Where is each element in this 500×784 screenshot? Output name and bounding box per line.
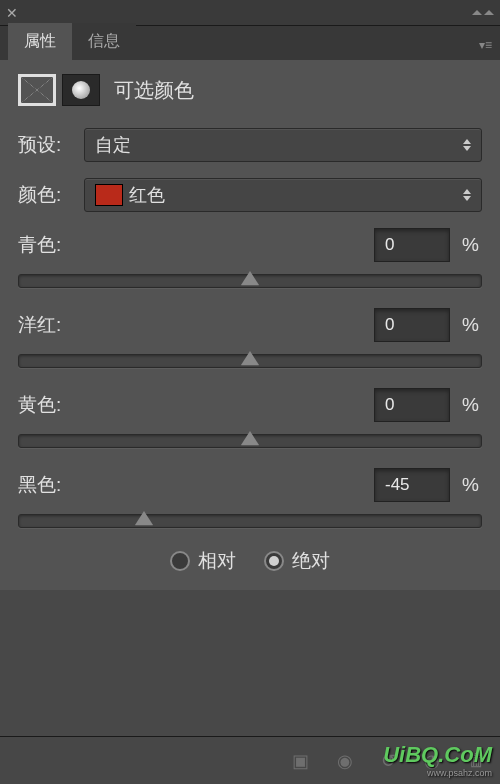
tab-properties[interactable]: 属性 — [8, 23, 72, 60]
method-radio-group: 相对 绝对 — [18, 548, 482, 574]
delete-icon[interactable]: 🗑 — [468, 750, 486, 771]
tab-info[interactable]: 信息 — [72, 23, 136, 60]
magenta-thumb[interactable] — [241, 351, 259, 365]
radio-relative[interactable]: 相对 — [170, 548, 236, 574]
slider-black: 黑色: % — [18, 468, 482, 528]
panel-footer: ▣ ◉ ↺ ◔ 🗑 — [0, 736, 500, 784]
radio-label-absolute: 绝对 — [292, 548, 330, 574]
mask-icon[interactable] — [62, 74, 100, 106]
slider-cyan: 青色: % — [18, 228, 482, 288]
adjustment-type-icon[interactable] — [18, 74, 56, 106]
color-value: 红色 — [129, 183, 165, 207]
percent-sign: % — [462, 234, 482, 256]
previous-icon[interactable]: ◔ — [424, 750, 440, 772]
preset-label: 预设: — [18, 132, 74, 158]
cyan-thumb[interactable] — [241, 271, 259, 285]
close-icon[interactable]: ✕ — [6, 5, 18, 21]
black-track[interactable] — [18, 514, 482, 528]
slider-yellow: 黄色: % — [18, 388, 482, 448]
yellow-label: 黄色: — [18, 392, 61, 418]
percent-sign: % — [462, 314, 482, 336]
black-thumb[interactable] — [135, 511, 153, 525]
radio-btn-relative — [170, 551, 190, 571]
preset-value: 自定 — [95, 133, 131, 157]
clip-icon[interactable]: ▣ — [292, 750, 309, 772]
black-label: 黑色: — [18, 472, 61, 498]
radio-label-relative: 相对 — [198, 548, 236, 574]
color-select[interactable]: 红色 — [84, 178, 482, 212]
color-swatch — [95, 184, 123, 206]
magenta-input[interactable] — [374, 308, 450, 342]
radio-absolute[interactable]: 绝对 — [264, 548, 330, 574]
reset-icon[interactable]: ↺ — [381, 750, 396, 772]
cyan-track[interactable] — [18, 274, 482, 288]
dropdown-arrows-icon — [463, 189, 471, 201]
percent-sign: % — [462, 474, 482, 496]
yellow-thumb[interactable] — [241, 431, 259, 445]
dropdown-arrows-icon — [463, 139, 471, 151]
collapse-icon[interactable] — [472, 10, 494, 15]
panel-title: 可选颜色 — [114, 77, 194, 104]
preset-select[interactable]: 自定 — [84, 128, 482, 162]
panel-content: 可选颜色 预设: 自定 颜色: 红色 青色: % 洋红: — [0, 60, 500, 590]
color-label: 颜色: — [18, 182, 74, 208]
magenta-track[interactable] — [18, 354, 482, 368]
magenta-label: 洋红: — [18, 312, 61, 338]
cyan-input[interactable] — [374, 228, 450, 262]
slider-magenta: 洋红: % — [18, 308, 482, 368]
panel-menu-icon[interactable]: ▾≡ — [479, 38, 492, 60]
yellow-input[interactable] — [374, 388, 450, 422]
percent-sign: % — [462, 394, 482, 416]
visibility-icon[interactable]: ◉ — [337, 750, 353, 772]
tab-bar: 属性 信息 ▾≡ — [0, 26, 500, 60]
cyan-label: 青色: — [18, 232, 61, 258]
yellow-track[interactable] — [18, 434, 482, 448]
black-input[interactable] — [374, 468, 450, 502]
radio-btn-absolute — [264, 551, 284, 571]
